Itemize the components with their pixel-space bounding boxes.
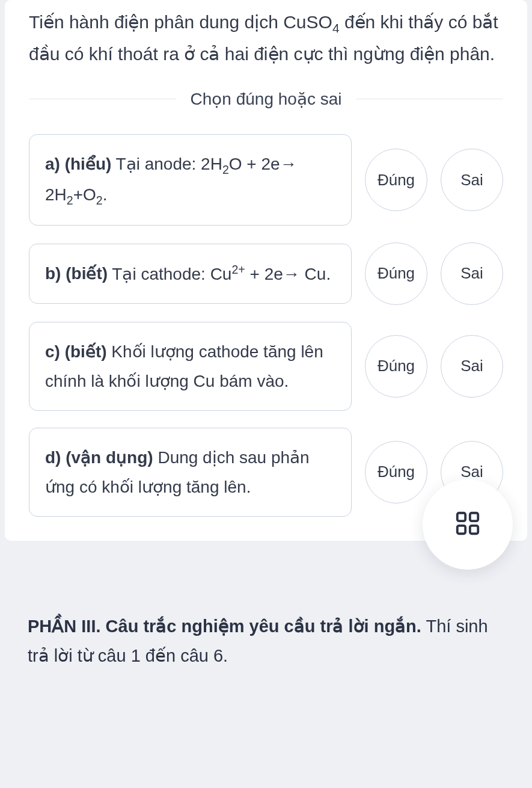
option-text: Tại cathode: Cu2+ + 2e→ Cu.: [108, 265, 331, 283]
option-tag: d) (vận dụng): [45, 448, 153, 467]
question-card: Tiến hành điện phân dung dịch CuSO4 đến …: [5, 0, 527, 541]
option-box-b: b) (biết) Tại cathode: Cu2+ + 2e→ Cu.: [29, 244, 352, 303]
option-box-a: a) (hiểu) Tại anode: 2H2O + 2e→ 2H2+O2.: [29, 134, 352, 226]
grid-menu-button[interactable]: [423, 479, 513, 570]
svg-rect-1: [470, 513, 478, 521]
section-3-title: PHẦN III. Câu trắc nghiệm yêu cầu trả lờ…: [28, 617, 421, 636]
option-box-d: d) (vận dụng) Dung dịch sau phản ứng có …: [29, 428, 352, 517]
true-button-d[interactable]: Đúng: [365, 441, 427, 503]
option-row-c: c) (biết) Khối lượng cathode tăng lên ch…: [29, 322, 503, 411]
svg-rect-3: [470, 526, 478, 534]
option-box-c: c) (biết) Khối lượng cathode tăng lên ch…: [29, 322, 352, 411]
false-button-c[interactable]: Sai: [441, 335, 503, 398]
svg-rect-2: [457, 526, 465, 534]
true-button-a[interactable]: Đúng: [365, 149, 427, 211]
divider: Chọn đúng hoặc sai: [29, 89, 503, 109]
option-tag: c) (biết): [45, 342, 107, 361]
true-button-c[interactable]: Đúng: [365, 335, 427, 398]
divider-line-right: [356, 99, 503, 99]
divider-label: Chọn đúng hoặc sai: [176, 89, 356, 109]
false-button-a[interactable]: Sai: [441, 149, 503, 211]
option-tag: b) (biết): [45, 265, 108, 283]
grid-icon: [454, 509, 482, 540]
option-row-b: b) (biết) Tại cathode: Cu2+ + 2e→ Cu. Đú…: [29, 242, 503, 305]
option-row-a: a) (hiểu) Tại anode: 2H2O + 2e→ 2H2+O2. …: [29, 134, 503, 226]
divider-line-left: [29, 99, 176, 99]
section-3-heading: PHẦN III. Câu trắc nghiệm yêu cầu trả lờ…: [0, 565, 532, 671]
false-button-b[interactable]: Sai: [441, 242, 503, 305]
true-button-b[interactable]: Đúng: [365, 242, 427, 305]
svg-rect-0: [457, 513, 465, 521]
question-text: Tiến hành điện phân dung dịch CuSO4 đến …: [29, 0, 503, 69]
option-tag: a) (hiểu): [45, 155, 111, 173]
